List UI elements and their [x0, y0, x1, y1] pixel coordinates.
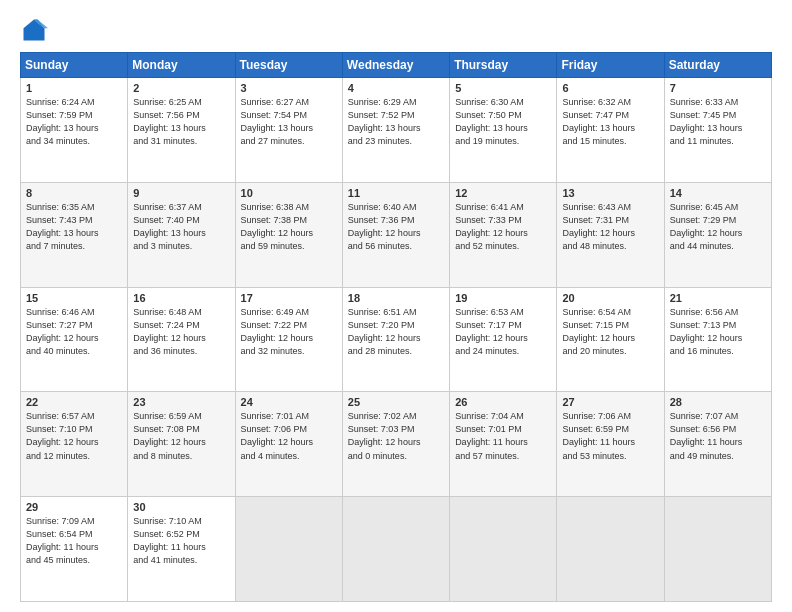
day-info-line: and 41 minutes. — [133, 555, 197, 565]
day-info-line: Daylight: 13 hours — [455, 123, 528, 133]
table-row: 27Sunrise: 7:06 AMSunset: 6:59 PMDayligh… — [557, 392, 664, 497]
day-info: Sunrise: 6:56 AMSunset: 7:13 PMDaylight:… — [670, 306, 766, 358]
day-info-line: Daylight: 11 hours — [455, 437, 528, 447]
day-info-line: Daylight: 12 hours — [562, 333, 635, 343]
day-info-line: and 40 minutes. — [26, 346, 90, 356]
table-row: 18Sunrise: 6:51 AMSunset: 7:20 PMDayligh… — [342, 287, 449, 392]
day-info-line: Sunset: 7:06 PM — [241, 424, 308, 434]
day-info: Sunrise: 6:30 AMSunset: 7:50 PMDaylight:… — [455, 96, 551, 148]
day-info-line: Daylight: 12 hours — [562, 228, 635, 238]
day-info: Sunrise: 6:59 AMSunset: 7:08 PMDaylight:… — [133, 410, 229, 462]
day-info-line: Daylight: 11 hours — [562, 437, 635, 447]
day-info: Sunrise: 6:51 AMSunset: 7:20 PMDaylight:… — [348, 306, 444, 358]
table-row: 2Sunrise: 6:25 AMSunset: 7:56 PMDaylight… — [128, 78, 235, 183]
day-info-line: Sunrise: 6:37 AM — [133, 202, 202, 212]
day-info-line: Sunset: 6:52 PM — [133, 529, 200, 539]
day-info-line: Sunrise: 6:29 AM — [348, 97, 417, 107]
day-info-line: Daylight: 13 hours — [241, 123, 314, 133]
day-info-line: Sunrise: 7:07 AM — [670, 411, 739, 421]
day-info-line: and 0 minutes. — [348, 451, 407, 461]
table-row: 7Sunrise: 6:33 AMSunset: 7:45 PMDaylight… — [664, 78, 771, 183]
day-info-line: and 53 minutes. — [562, 451, 626, 461]
day-info-line: Sunset: 7:17 PM — [455, 320, 522, 330]
table-row: 29Sunrise: 7:09 AMSunset: 6:54 PMDayligh… — [21, 497, 128, 602]
table-row: 30Sunrise: 7:10 AMSunset: 6:52 PMDayligh… — [128, 497, 235, 602]
day-info-line: Sunrise: 7:06 AM — [562, 411, 631, 421]
day-info-line: Sunset: 7:40 PM — [133, 215, 200, 225]
day-number: 10 — [241, 187, 337, 199]
day-info-line: Sunset: 7:03 PM — [348, 424, 415, 434]
table-row — [235, 497, 342, 602]
day-info: Sunrise: 7:04 AMSunset: 7:01 PMDaylight:… — [455, 410, 551, 462]
day-info-line: Daylight: 12 hours — [241, 228, 314, 238]
day-info: Sunrise: 6:38 AMSunset: 7:38 PMDaylight:… — [241, 201, 337, 253]
day-info-line: Daylight: 12 hours — [26, 333, 99, 343]
weekday-friday: Friday — [557, 53, 664, 78]
day-number: 9 — [133, 187, 229, 199]
day-info-line: Sunset: 7:56 PM — [133, 110, 200, 120]
calendar-week-row: 8Sunrise: 6:35 AMSunset: 7:43 PMDaylight… — [21, 182, 772, 287]
day-info-line: Daylight: 12 hours — [241, 437, 314, 447]
logo — [20, 16, 52, 44]
day-info-line: Sunset: 7:33 PM — [455, 215, 522, 225]
day-info: Sunrise: 6:27 AMSunset: 7:54 PMDaylight:… — [241, 96, 337, 148]
day-number: 21 — [670, 292, 766, 304]
table-row: 26Sunrise: 7:04 AMSunset: 7:01 PMDayligh… — [450, 392, 557, 497]
day-number: 28 — [670, 396, 766, 408]
day-info-line: Sunset: 7:24 PM — [133, 320, 200, 330]
day-info-line: Sunrise: 6:48 AM — [133, 307, 202, 317]
day-number: 14 — [670, 187, 766, 199]
day-info-line: Sunset: 7:08 PM — [133, 424, 200, 434]
calendar-week-row: 15Sunrise: 6:46 AMSunset: 7:27 PMDayligh… — [21, 287, 772, 392]
day-number: 2 — [133, 82, 229, 94]
table-row: 24Sunrise: 7:01 AMSunset: 7:06 PMDayligh… — [235, 392, 342, 497]
day-info: Sunrise: 6:35 AMSunset: 7:43 PMDaylight:… — [26, 201, 122, 253]
day-info-line: Sunset: 7:10 PM — [26, 424, 93, 434]
day-info-line: Daylight: 12 hours — [455, 333, 528, 343]
day-info-line: Sunrise: 7:09 AM — [26, 516, 95, 526]
day-info-line: Sunrise: 6:35 AM — [26, 202, 95, 212]
day-info-line: Sunset: 7:22 PM — [241, 320, 308, 330]
table-row: 21Sunrise: 6:56 AMSunset: 7:13 PMDayligh… — [664, 287, 771, 392]
day-info-line: and 52 minutes. — [455, 241, 519, 251]
day-info-line: Sunrise: 6:45 AM — [670, 202, 739, 212]
day-info-line: Sunrise: 6:38 AM — [241, 202, 310, 212]
day-info-line: Daylight: 11 hours — [133, 542, 206, 552]
day-info-line: Daylight: 13 hours — [348, 123, 421, 133]
table-row: 6Sunrise: 6:32 AMSunset: 7:47 PMDaylight… — [557, 78, 664, 183]
day-info: Sunrise: 6:41 AMSunset: 7:33 PMDaylight:… — [455, 201, 551, 253]
day-number: 23 — [133, 396, 229, 408]
day-number: 18 — [348, 292, 444, 304]
day-info-line: Daylight: 12 hours — [348, 333, 421, 343]
day-info-line: Sunrise: 7:01 AM — [241, 411, 310, 421]
day-info-line: and 20 minutes. — [562, 346, 626, 356]
day-number: 5 — [455, 82, 551, 94]
day-info-line: Sunrise: 6:41 AM — [455, 202, 524, 212]
day-info-line: Daylight: 11 hours — [26, 542, 99, 552]
weekday-wednesday: Wednesday — [342, 53, 449, 78]
day-info-line: and 36 minutes. — [133, 346, 197, 356]
day-number: 7 — [670, 82, 766, 94]
day-info-line: and 15 minutes. — [562, 136, 626, 146]
day-info: Sunrise: 6:33 AMSunset: 7:45 PMDaylight:… — [670, 96, 766, 148]
day-number: 27 — [562, 396, 658, 408]
day-info-line: Daylight: 11 hours — [670, 437, 743, 447]
day-info: Sunrise: 6:37 AMSunset: 7:40 PMDaylight:… — [133, 201, 229, 253]
table-row: 8Sunrise: 6:35 AMSunset: 7:43 PMDaylight… — [21, 182, 128, 287]
weekday-thursday: Thursday — [450, 53, 557, 78]
day-info-line: Sunset: 7:31 PM — [562, 215, 629, 225]
day-info-line: and 27 minutes. — [241, 136, 305, 146]
day-info-line: Sunset: 7:52 PM — [348, 110, 415, 120]
day-info-line: Sunrise: 6:57 AM — [26, 411, 95, 421]
day-info-line: and 57 minutes. — [455, 451, 519, 461]
day-info-line: Sunrise: 7:10 AM — [133, 516, 202, 526]
table-row: 11Sunrise: 6:40 AMSunset: 7:36 PMDayligh… — [342, 182, 449, 287]
day-number: 20 — [562, 292, 658, 304]
day-info-line: Daylight: 12 hours — [348, 437, 421, 447]
day-info-line: Daylight: 13 hours — [133, 123, 206, 133]
table-row — [557, 497, 664, 602]
table-row: 23Sunrise: 6:59 AMSunset: 7:08 PMDayligh… — [128, 392, 235, 497]
day-info-line: and 59 minutes. — [241, 241, 305, 251]
day-number: 17 — [241, 292, 337, 304]
table-row — [450, 497, 557, 602]
